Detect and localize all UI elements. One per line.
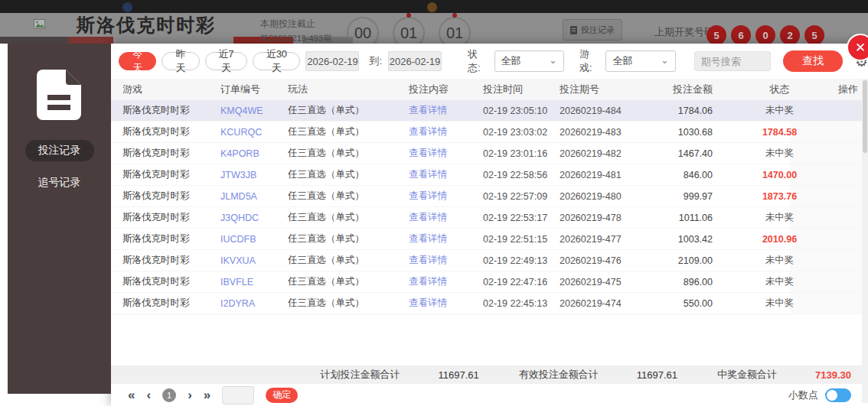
chevron-down-icon: ⌄ — [661, 54, 669, 66]
order-id-link[interactable]: IUCDFB — [220, 234, 256, 245]
decimal-label: 小数点 — [788, 388, 818, 402]
date-from-input[interactable]: 2026-02-19 — [305, 51, 359, 71]
cell-bet-period: 20260219-482 — [560, 148, 671, 159]
cell-bet-time: 02-19 23:05:10 — [483, 106, 560, 116]
date-to-input[interactable]: 2026-02-19 — [388, 51, 442, 71]
view-details-link[interactable]: 查看详情 — [409, 276, 447, 287]
next-page-button[interactable]: › — [188, 388, 192, 401]
cell-bet-amount: 1011.06 — [671, 213, 713, 223]
status-value: 未中奖 — [765, 212, 795, 222]
status-value: 1784.58 — [762, 127, 797, 138]
range-7days-button[interactable]: 近7天 — [205, 52, 248, 70]
cell-bet-period: 20260219-484 — [560, 106, 671, 116]
order-id-link[interactable]: JTW3JB — [220, 170, 256, 180]
cell-bet-time: 02-19 22:58:56 — [483, 170, 560, 180]
view-details-link[interactable]: 查看详情 — [409, 105, 447, 115]
draw-ball: 0 — [755, 25, 775, 45]
order-id-link[interactable]: IKVXUA — [220, 255, 256, 266]
view-details-link[interactable]: 查看详情 — [409, 190, 447, 201]
view-details-link[interactable]: 查看详情 — [409, 212, 447, 222]
range-yesterday-button[interactable]: 昨天 — [162, 52, 199, 70]
browser-icon — [122, 2, 132, 12]
last-draw-numbers: 5 6 0 2 5 — [706, 25, 824, 45]
sidebar-item-bet-records[interactable]: 投注记录 — [25, 140, 94, 161]
decimal-toggle[interactable] — [825, 388, 851, 402]
planned-total-label: 计划投注金额合计 — [320, 368, 400, 382]
last-draw-label: 上期开奖号码 — [654, 25, 714, 39]
order-id-link[interactable]: I2DYRA — [220, 298, 255, 309]
view-details-link[interactable]: 查看详情 — [409, 169, 447, 180]
cell-bet-amount: 1030.68 — [671, 127, 713, 138]
order-id-link[interactable]: KCURQC — [220, 127, 262, 138]
status-select[interactable]: 全部 ⌄ — [494, 50, 564, 72]
status-value: 未中奖 — [765, 297, 795, 308]
cell-bet-amount: 896.00 — [671, 277, 713, 287]
cell-bet-time: 02-19 22:51:15 — [483, 234, 560, 245]
view-details-link[interactable]: 查看详情 — [409, 255, 447, 265]
view-details-link[interactable]: 查看详情 — [409, 148, 447, 158]
status-value: 未中奖 — [765, 148, 795, 158]
period-search-input[interactable] — [694, 51, 771, 71]
cell-play-type: 任三直选（单式） — [288, 125, 409, 138]
order-id-link[interactable]: KMQ4WE — [220, 106, 263, 116]
cell-bet-period: 20260219-478 — [560, 213, 671, 223]
cell-play-type: 任三直选（单式） — [288, 297, 409, 310]
dimmed-page-fragment — [0, 37, 69, 44]
view-details-link[interactable]: 查看详情 — [409, 233, 447, 244]
cell-bet-amount: 1467.40 — [671, 148, 713, 159]
cell-game: 斯洛伐克时时彩 — [122, 275, 220, 288]
cell-bet-amount: 550.00 — [671, 298, 713, 309]
column-header-operation: 操作 — [824, 83, 858, 96]
cell-play-type: 任三直选（单式） — [288, 190, 409, 203]
order-id-link[interactable]: IBVFLE — [220, 277, 253, 287]
last-page-button[interactable]: » — [204, 388, 210, 401]
draw-ball: 2 — [780, 25, 800, 45]
cell-bet-period: 20260219-477 — [560, 234, 671, 245]
order-id-link[interactable]: K4PORB — [220, 148, 259, 159]
first-page-button[interactable]: « — [128, 388, 135, 401]
range-today-button[interactable]: 今天 — [119, 52, 156, 70]
cell-bet-time: 02-19 22:53:17 — [483, 213, 560, 223]
status-value: 2010.96 — [762, 234, 797, 245]
cell-bet-period: 20260219-481 — [560, 170, 671, 180]
cell-game: 斯洛伐克时时彩 — [122, 297, 220, 310]
scrollbar[interactable] — [862, 79, 868, 403]
page-jump-input[interactable] — [222, 386, 254, 404]
cell-play-type: 任三直选（单式） — [288, 275, 409, 288]
game-label: 游戏: — [579, 47, 600, 75]
document-icon — [37, 70, 83, 123]
game-select[interactable]: 全部 ⌄ — [605, 50, 675, 72]
status-label: 状态: — [468, 47, 488, 75]
order-id-link[interactable]: JLMD5A — [220, 191, 257, 202]
cell-game: 斯洛伐克时时彩 — [122, 168, 220, 181]
prev-page-button[interactable]: ‹ — [146, 388, 151, 401]
view-details-link[interactable]: 查看详情 — [409, 126, 447, 137]
bottom-bar: « ‹ 1 › » 确定 小数点 — [111, 384, 868, 406]
cell-bet-time: 02-19 22:49:13 — [483, 255, 560, 266]
filter-bar: 今天 昨天 近7天 近30天 2026-02-19 到: 2026-02-19 … — [111, 44, 868, 79]
cell-bet-period: 20260219-475 — [560, 277, 671, 287]
records-sidebar: 投注记录 追号记录 — [8, 44, 111, 394]
range-30days-button[interactable]: 近30天 — [253, 52, 300, 70]
table-row: 斯洛伐克时时彩 K4PORB 任三直选（单式） 查看详情 02-19 23:01… — [111, 143, 868, 164]
dimmed-page-fragment — [69, 37, 113, 44]
cell-bet-time: 02-19 22:57:09 — [483, 191, 560, 202]
status-value: 未中奖 — [765, 255, 795, 265]
cell-play-type: 任三直选（单式） — [288, 211, 409, 224]
current-page-button[interactable]: 1 — [162, 388, 176, 402]
to-label: 到: — [369, 54, 382, 68]
modal-close-button[interactable]: ✕ — [847, 34, 868, 61]
page-confirm-button[interactable]: 确定 — [266, 388, 298, 403]
chevron-down-icon: ⌄ — [549, 54, 557, 66]
win-total-label: 中奖金额合计 — [717, 368, 777, 382]
cell-bet-amount: 2109.00 — [671, 255, 713, 266]
sidebar-item-chase-records[interactable]: 追号记录 — [25, 172, 94, 193]
view-details-link[interactable]: 查看详情 — [409, 297, 447, 308]
page-title: 斯洛伐克时时彩 — [77, 13, 216, 37]
order-id-link[interactable]: J3QHDC — [220, 213, 259, 223]
deadline-info: 本期投注截止 第20260219-493期 — [260, 18, 331, 44]
scrollbar-thumb[interactable] — [863, 80, 867, 153]
search-button[interactable]: 查找 — [783, 50, 843, 72]
summary-bar: 计划投注金额合计 11697.61 有效投注金额合计 11697.61 中奖金额… — [111, 365, 868, 384]
bet-record-button[interactable]: 投注记录 — [563, 19, 622, 41]
